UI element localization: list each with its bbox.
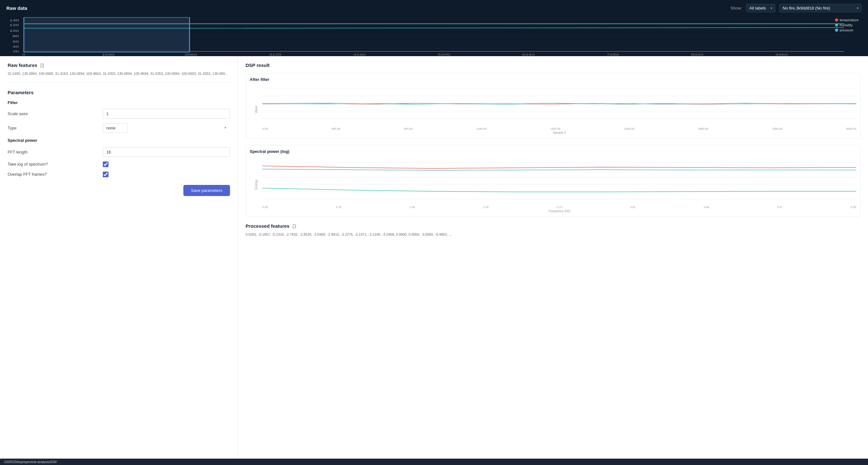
after-filter-chart-area: 1.0 0.5 0 -0.5 -1.0 0.00 (262, 84, 856, 134)
after-filter-chart-wrapper: Value 1.0 0.5 0 -0 (250, 84, 856, 134)
save-parameters-button[interactable]: Save parameters (183, 185, 230, 196)
svg-text:1040: 1040 (102, 53, 115, 56)
copy-icon[interactable]: 📋 (40, 63, 44, 68)
parameters-section: Parameters Filter Scale axes Type none l… (8, 90, 230, 196)
temperature-dot (835, 19, 838, 22)
scale-axes-input[interactable] (103, 109, 230, 119)
humidity-dot (835, 24, 838, 27)
spectral-power-chart-area: -2 -4 -6 -8 -10 -12 (262, 156, 856, 213)
overlap-frames-checkbox[interactable] (103, 172, 108, 177)
type-row: Type none low high bandpass (8, 123, 230, 133)
legend-pressure: pressure (835, 28, 859, 32)
type-select-wrapper[interactable]: none low high bandpass (103, 123, 230, 133)
main-content: Raw features 📋 31.5495, 130.0894, 100.96… (0, 56, 868, 458)
scale-axes-row: Scale axes (8, 109, 230, 119)
spectral-power-chart-wrapper: Energy -2 -4 -6 (250, 156, 856, 213)
spectral-power-x-label: Frequency (Hz) (262, 209, 856, 213)
raw-features-title: Raw features (8, 62, 37, 68)
processed-features-section: Processed features 📋 0.0281, -0.1857, -0… (246, 223, 860, 238)
legend-temperature: temperature (835, 18, 859, 22)
show-select[interactable]: All labels (746, 4, 775, 12)
overlap-frames-row: Overlap FFT frames? (8, 172, 230, 177)
raw-features-title-row: Raw features 📋 (8, 62, 230, 68)
show-select-wrapper[interactable]: All labels (746, 4, 775, 12)
raw-data-chart-svg: 140 120 100 80 60 40 20 0 1040 2080 3120… (6, 15, 862, 56)
processed-features-title: Processed features (246, 223, 289, 229)
sample-select-wrapper[interactable]: No fire.3k9dd818 (No fire) (779, 4, 862, 12)
spectral-power-y-axis-container: Energy (250, 156, 262, 213)
svg-text:120: 120 (9, 24, 19, 27)
pressure-label: pressure (840, 28, 854, 32)
dsp-title: DSP result (246, 62, 860, 68)
svg-text:9360: 9360 (775, 53, 788, 56)
filter-title: Filter (8, 100, 230, 105)
after-filter-section: After filter Value 1.0 (246, 73, 860, 138)
after-filter-y-axis-container: Value (250, 84, 262, 134)
raw-features-values: 31.5495, 130.0894, 100.9685, 31.4163, 13… (8, 71, 230, 77)
svg-text:0: 0 (22, 53, 25, 56)
spectral-power-chart-svg: -2 -4 -6 -8 -10 -12 (262, 156, 856, 204)
save-btn-row: Save parameters (8, 185, 230, 196)
raw-data-section: Raw data Show: All labels No fire.3k9dd8… (0, 0, 868, 56)
temperature-label: temperature (840, 18, 859, 22)
show-label: Show: (731, 6, 742, 10)
after-filter-chart-svg: 1.0 0.5 0 -0.5 -1.0 (262, 84, 856, 126)
take-log-row: Take log of spectrum? (8, 161, 230, 167)
svg-text:20: 20 (13, 50, 19, 53)
svg-rect-36 (262, 156, 856, 201)
svg-text:40: 40 (13, 45, 19, 48)
svg-text:6240: 6240 (522, 53, 535, 56)
spectral-power-chart-title: Spectral power (log) (250, 149, 856, 154)
type-label: Type (8, 126, 103, 130)
after-filter-title: After filter (250, 77, 856, 82)
spectral-power-x-ticks: 0.00 0.78 1.56 2.34 3.13 3.91 4.69 5.47 … (262, 205, 856, 209)
processed-features-title-row: Processed features 📋 (246, 223, 860, 229)
fft-length-input[interactable] (103, 147, 230, 157)
processed-features-copy-icon[interactable]: 📋 (292, 224, 297, 228)
take-log-label: Take log of spectrum? (8, 162, 103, 166)
svg-text:5200: 5200 (438, 53, 451, 56)
sample-select[interactable]: No fire.3k9dd818 (No fire) (779, 4, 862, 12)
raw-data-title: Raw data (6, 5, 27, 11)
svg-text:8320: 8320 (691, 53, 704, 56)
overlap-frames-label: Overlap FFT frames? (8, 172, 103, 177)
humidity-label: humidity (840, 23, 853, 27)
right-panel: DSP result After filter Value (238, 56, 868, 458)
pressure-dot (835, 29, 838, 32)
after-filter-x-label: Sample # (262, 131, 856, 134)
spectral-power-y-label: Energy (254, 180, 258, 190)
raw-features-section: Raw features 📋 31.5495, 130.0894, 100.96… (8, 62, 230, 82)
after-filter-x-ticks: 0.00 480.00 960.00 1440.00 1920.00 2400.… (262, 127, 856, 131)
processed-features-values: 0.0281, -0.1857, -0.2316, -2.7432, -2.85… (246, 232, 860, 238)
svg-text:60: 60 (13, 40, 19, 43)
svg-text:7280: 7280 (607, 53, 619, 56)
after-filter-y-label: Value (254, 105, 258, 114)
spectral-power-title: Spectral power (8, 138, 230, 143)
fft-length-label: FFT length (8, 150, 103, 154)
svg-text:2080: 2080 (185, 53, 197, 56)
fft-length-row: FFT length (8, 147, 230, 157)
parameters-title: Parameters (8, 90, 230, 95)
take-log-checkbox[interactable] (103, 161, 108, 167)
raw-data-controls: Show: All labels No fire.3k9dd818 (No fi… (731, 4, 862, 12)
svg-text:140: 140 (9, 19, 19, 22)
raw-data-chart-container: 140 120 100 80 60 40 20 0 1040 2080 3120… (6, 15, 862, 56)
scale-axes-label: Scale axes (8, 111, 103, 116)
legend-humidity: humidity (835, 23, 859, 27)
svg-text:3120: 3120 (269, 53, 282, 56)
svg-text:100: 100 (9, 29, 19, 32)
spectral-power-section: Spectral power (log) Energy (246, 145, 860, 217)
raw-data-header: Raw data Show: All labels No fire.3k9dd8… (6, 4, 862, 12)
svg-text:4160: 4160 (353, 53, 366, 56)
left-panel: Raw features 📋 31.5495, 130.0894, 100.96… (0, 56, 238, 458)
type-select[interactable]: none low high bandpass (103, 123, 128, 133)
svg-text:80: 80 (13, 35, 19, 38)
chart-legend: temperature humidity pressure (835, 18, 859, 32)
svg-rect-1 (24, 18, 189, 52)
